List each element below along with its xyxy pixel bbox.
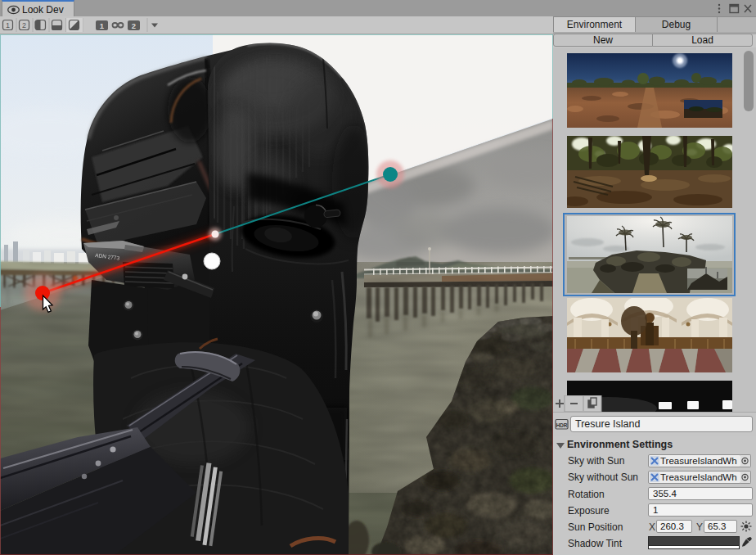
svg-text:HDR: HDR	[556, 422, 568, 428]
svg-text:2: 2	[132, 21, 136, 30]
svg-text:2: 2	[22, 21, 26, 29]
svg-text:1: 1	[100, 21, 105, 30]
svg-text:1: 1	[6, 21, 10, 29]
